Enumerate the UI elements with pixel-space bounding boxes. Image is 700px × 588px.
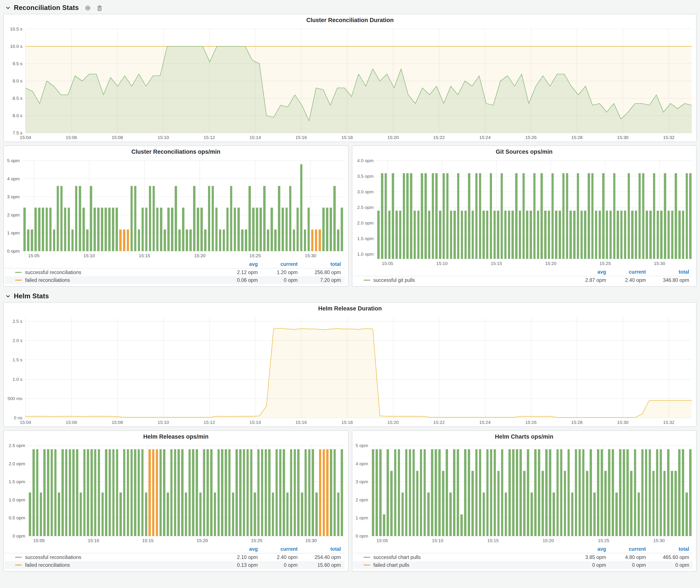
panel-title[interactable]: Cluster Reconciliation Duration — [4, 14, 696, 26]
bar — [597, 449, 599, 536]
legend-table: avgcurrenttotalsuccessful git pulls2.87 … — [353, 268, 693, 284]
bar — [637, 493, 640, 536]
bar — [87, 449, 89, 536]
bar — [228, 449, 231, 536]
bar — [384, 173, 387, 259]
bar — [94, 208, 96, 251]
bar — [486, 211, 488, 259]
bar — [486, 449, 489, 536]
legend-col-avg[interactable]: avg — [570, 268, 610, 276]
section-header-helm-stats[interactable]: Helm Stats — [3, 290, 697, 302]
bar — [606, 211, 608, 259]
bar — [212, 186, 214, 251]
bar — [177, 449, 180, 536]
chart-helm-releases-opm[interactable]: 15:0515:1015:1515:2015:2515:302.5 opm2.0… — [4, 443, 348, 545]
helm-releases-opm-canvas: 15:0515:1015:1515:2015:2515:302.5 opm2.0… — [4, 443, 348, 545]
section-header-reconciliation-stats[interactable]: Reconciliation Stats — [3, 2, 697, 14]
bar — [237, 208, 240, 251]
bar — [248, 186, 251, 251]
legend-col-avg[interactable]: avg — [221, 545, 261, 553]
bar — [445, 449, 448, 536]
row-settings-button[interactable] — [84, 5, 91, 11]
panel-title[interactable]: Cluster Reconciliations ops/min — [4, 146, 348, 158]
panel-title[interactable]: Git Sources ops/min — [352, 146, 696, 158]
legend-col-total[interactable]: total — [301, 260, 344, 268]
x-tick-label: 15:30 — [653, 538, 665, 543]
x-tick-label: 15:20 — [194, 253, 206, 258]
bar — [392, 173, 394, 259]
legend-col-current[interactable]: current — [261, 260, 301, 268]
y-tick-label: 2.0 s — [13, 338, 23, 343]
bar — [334, 449, 336, 536]
bar — [297, 208, 299, 251]
legend-series-label[interactable]: failed reconciliations — [25, 278, 70, 283]
bar — [156, 449, 158, 536]
legend-header-spacer — [353, 268, 570, 276]
y-tick-label: 1 opm — [355, 515, 368, 520]
panel-cluster-reconciliations-opm: Cluster Reconciliations ops/min 15:0515:… — [3, 145, 348, 287]
bar — [529, 211, 532, 259]
bar — [80, 493, 82, 536]
chart-git-sources-opm[interactable]: 15:0515:1015:1515:2015:2515:304.0 opm3.5… — [352, 158, 696, 268]
legend-series-label[interactable]: successful chart pulls — [373, 555, 421, 560]
panel-title[interactable]: Helm Release Duration — [4, 303, 696, 314]
bar — [671, 211, 673, 259]
bar — [163, 449, 165, 536]
y-tick-label: 4 opm — [355, 461, 368, 466]
legend-col-current[interactable]: current — [610, 545, 649, 553]
bar — [412, 449, 415, 536]
legend-col-total[interactable]: total — [649, 268, 693, 276]
y-tick-label: 9.0 s — [13, 78, 23, 83]
chart-helm-release-duration[interactable]: 15:0415:0615:0815:1015:1215:1415:1615:18… — [4, 314, 696, 426]
bar — [634, 449, 636, 536]
bar — [417, 211, 419, 259]
chart-helm-charts-opm[interactable]: 15:0515:1015:1515:2015:2515:305 opm4 opm… — [352, 443, 696, 545]
bar — [580, 211, 582, 259]
bar — [300, 164, 303, 251]
legend-col-avg[interactable]: avg — [221, 260, 261, 268]
panel-title[interactable]: Helm Charts ops/min — [352, 431, 696, 443]
bar — [475, 173, 477, 259]
panel-title[interactable]: Helm Releases ops/min — [4, 431, 348, 443]
bar — [127, 229, 129, 251]
legend-col-total[interactable]: total — [649, 545, 693, 553]
chart-cluster-reconciliations-opm[interactable]: 15:0515:1015:1515:2015:2515:305 opm4 opm… — [4, 158, 348, 260]
bar — [421, 173, 423, 259]
bar — [589, 449, 592, 536]
x-tick-label: 15:06 — [66, 135, 77, 140]
bar — [682, 211, 684, 259]
bar — [241, 229, 244, 251]
legend-series-label[interactable]: failed chart pulls — [373, 562, 409, 568]
panel-git-sources-opm: Git Sources ops/min 15:0515:1015:1515:20… — [352, 145, 697, 287]
series-color-dash-icon — [15, 280, 22, 281]
bar — [438, 449, 440, 536]
legend-col-avg[interactable]: avg — [570, 545, 610, 553]
row-delete-button[interactable] — [97, 5, 103, 11]
series-color-dash-icon — [363, 565, 370, 565]
bar — [540, 173, 542, 259]
trash-icon — [97, 5, 103, 11]
legend-col-total[interactable]: total — [301, 545, 344, 553]
x-tick-label: 15:15 — [142, 538, 154, 543]
x-tick-label: 15:10 — [158, 420, 169, 425]
x-tick-label: 15:05 — [28, 253, 40, 258]
bar — [171, 208, 173, 251]
bar — [119, 493, 122, 536]
bar — [127, 449, 129, 536]
bar — [645, 211, 648, 259]
legend-series-label[interactable]: successful reconciliations — [25, 270, 81, 275]
series-color-dash-icon — [363, 557, 370, 558]
bar — [461, 211, 463, 259]
bar — [123, 229, 125, 251]
series-fill — [26, 328, 692, 418]
bar — [533, 173, 535, 259]
bar — [386, 449, 389, 536]
legend-series-label[interactable]: failed reconciliations — [25, 562, 70, 568]
y-tick-label: 500 ms — [8, 396, 23, 401]
legend-col-current[interactable]: current — [261, 545, 301, 553]
y-tick-label: 8.0 s — [13, 113, 23, 118]
legend-series-label[interactable]: successful reconciliations — [25, 555, 81, 560]
chart-cluster-reconciliation-duration[interactable]: 15:0415:0615:0815:1015:1215:1415:1615:18… — [4, 26, 696, 142]
legend-col-current[interactable]: current — [610, 268, 649, 276]
legend-series-label[interactable]: successful git pulls — [373, 278, 415, 283]
